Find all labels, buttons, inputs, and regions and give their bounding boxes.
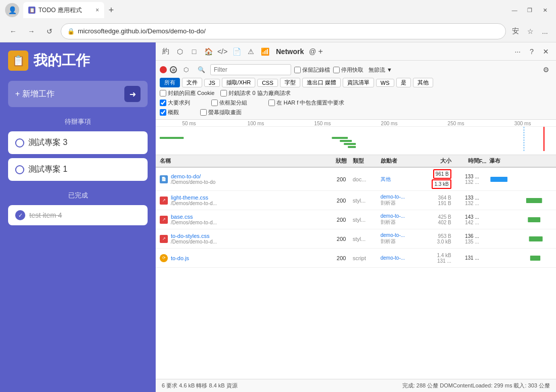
svg-rect-4	[348, 146, 356, 148]
filter-media-btn[interactable]: 進出口 媒體	[302, 78, 341, 87]
devtools-close-btn[interactable]: ✕	[540, 45, 552, 58]
network-table[interactable]: 名稱 狀態 類型 啟動者 大小 時間 F... 瀑布 📄 demo-to-do/…	[156, 155, 556, 379]
row-name-primary: light-theme.css	[171, 194, 217, 201]
network-controls: ⊘ ⬡ 🔍 保留記錄檔 停用快取 無節流 ▼ ⚙ 所有 文件 JS 擷取/XHR	[156, 61, 556, 120]
timeline-label-150: 150 ms	[289, 121, 356, 126]
group-by-frame-checkbox[interactable]: 依框架分組	[211, 99, 247, 107]
big-rows-checkbox[interactable]: 大要求列	[160, 99, 190, 107]
refresh-button[interactable]: ↺	[42, 24, 57, 38]
filter-options-btn[interactable]: ⬡	[180, 64, 192, 76]
row-type: doc...	[353, 176, 381, 182]
overview-checkbox[interactable]: 概觀	[160, 109, 179, 116]
network-settings-btn[interactable]: ⚙	[540, 64, 552, 76]
table-row[interactable]: ↗ base.css /Demos/demo-to-d... 200 styl.…	[156, 210, 556, 229]
row-type: styl...	[353, 217, 381, 223]
filter-input[interactable]	[210, 64, 291, 75]
minimize-button[interactable]: —	[508, 4, 521, 16]
devtools-elements-btn[interactable]: 約	[160, 45, 172, 58]
header-initiator: 啟動者	[381, 157, 421, 165]
tab-close-btn[interactable]: ×	[96, 7, 99, 14]
har-include-checkbox[interactable]: 在 HAR f 中包含擺置中要求	[268, 99, 344, 107]
row-waterfall	[489, 216, 546, 224]
devtools-performance-btn[interactable]: </>	[216, 45, 228, 58]
settings-button[interactable]: ...	[540, 25, 550, 37]
blocked-cookies-checkbox[interactable]: 封鎖的回應 Cookie	[160, 89, 214, 97]
filter-xhr-btn[interactable]: 擷取/XHR	[222, 78, 255, 87]
network-tab-label[interactable]: Network	[273, 47, 307, 56]
preserve-log-checkbox[interactable]: 保留記錄檔	[294, 66, 330, 74]
svg-rect-11	[530, 256, 540, 261]
add-task-button[interactable]: + 新增工作 ➜	[8, 81, 148, 107]
completed-text-1: test item 4	[29, 211, 62, 219]
network-plus-btn[interactable]: +	[318, 47, 322, 56]
completed-section-label: 已完成	[8, 191, 148, 200]
task-item-1[interactable]: 測試專案 3	[8, 131, 148, 154]
browser-tab[interactable]: 📋 TODO 應用程式 ×	[23, 2, 104, 18]
task-text-1: 測試專案 3	[28, 137, 67, 148]
row-time: 143 ... 142 ...	[451, 214, 479, 225]
throttle-select[interactable]: 無節流 ▼	[366, 66, 394, 74]
devtools-home-btn[interactable]: 🏠	[202, 45, 214, 58]
back-button[interactable]: ←	[6, 24, 20, 38]
profile-icon[interactable]: 👤	[5, 3, 19, 17]
at-sign: @	[309, 47, 316, 56]
forward-button[interactable]: →	[24, 24, 38, 38]
row-waterfall	[489, 197, 546, 205]
timeline-label-200: 200 ms	[356, 121, 423, 126]
devtools-more-btn[interactable]: ···	[512, 45, 524, 58]
screen-capture-checkbox[interactable]: 螢幕擷取畫面	[200, 109, 242, 116]
clear-button[interactable]: ⊘	[170, 66, 177, 73]
filter-ws-btn[interactable]: WS	[376, 79, 394, 87]
task-checkbox-2[interactable]	[15, 165, 24, 174]
blocked-requests-checkbox[interactable]: 封鎖請求 0 協力廠商請求	[220, 89, 290, 97]
filter-all-btn[interactable]: 所有	[160, 78, 180, 87]
row-status: 200	[330, 176, 353, 182]
devtools-sources-btn[interactable]: □	[188, 45, 200, 58]
devtools-wifi-icon: 📶	[259, 45, 271, 58]
profile-label[interactable]: 安	[510, 25, 521, 38]
address-input[interactable]: 🔒 microsoftedge.github.io/Demos/demo-to-…	[61, 23, 506, 39]
devtools-console-btn[interactable]: ⬡	[174, 45, 186, 58]
tab-favicon: 📋	[28, 7, 35, 14]
filter-js-btn[interactable]: JS	[204, 79, 220, 87]
disable-cache-checkbox[interactable]: 停用快取	[333, 66, 363, 74]
record-button[interactable]	[160, 66, 167, 73]
task-item-2[interactable]: 測試專案 1	[8, 158, 148, 181]
svg-rect-0	[160, 137, 184, 139]
devtools-help-btn[interactable]: ?	[526, 45, 538, 58]
table-row[interactable]: ↗ to-do-styles.css /Demos/demo-to-d... 2…	[156, 229, 556, 249]
favorites-button[interactable]: ☆	[525, 25, 536, 37]
row-type: styl...	[353, 198, 381, 204]
filter-doc-btn[interactable]: 文件	[182, 78, 202, 87]
timeline-graph	[156, 127, 556, 151]
row-name-primary: demo-to-do/	[171, 173, 215, 179]
svg-rect-10	[529, 236, 542, 241]
row-initiator-secondary: 剖析器	[381, 238, 421, 245]
search-btn[interactable]: 🔍	[195, 64, 207, 76]
completed-item-1[interactable]: ✓ test item 4	[8, 205, 148, 225]
network-row5: 概觀 螢幕擷取畫面	[160, 108, 552, 117]
table-row[interactable]: ⟳ to-do.js 200 script demo-to-... 1.4 kB…	[156, 249, 556, 268]
timeline-container: 50 ms 100 ms 150 ms 200 ms 250 ms 300 ms	[156, 120, 556, 155]
devtools-application-btn[interactable]: ⚠	[245, 45, 257, 58]
filter-is-btn[interactable]: 是	[396, 78, 411, 87]
task-checkbox-1[interactable]	[15, 138, 24, 148]
close-button[interactable]: ✕	[539, 4, 551, 16]
filter-manifest-btn[interactable]: 資訊清單	[343, 78, 374, 87]
row-status: 200	[330, 217, 353, 223]
css-icon: ↗	[160, 197, 168, 205]
timeline-label-250: 250 ms	[423, 121, 489, 126]
new-tab-button[interactable]: +	[104, 3, 118, 17]
row-initiator-primary: demo-to-...	[381, 213, 421, 219]
devtools-memory-btn[interactable]: 📄	[230, 45, 243, 58]
row-name-primary: to-do-styles.css	[171, 233, 217, 239]
tab-title: TODO 應用程式	[38, 6, 92, 15]
filter-font-btn[interactable]: 字型	[280, 78, 300, 87]
header-type: 類型	[353, 157, 381, 165]
filter-css-btn[interactable]: CSS	[257, 79, 278, 87]
timeline-label-300: 300 ms	[489, 121, 556, 126]
table-row[interactable]: 📄 demo-to-do/ /Demos/demo-to-do 200 doc.…	[156, 168, 556, 191]
restore-button[interactable]: ❐	[524, 4, 536, 16]
table-row[interactable]: ↗ light-theme.css /Demos/demo-to-d... 20…	[156, 191, 556, 210]
filter-other-btn[interactable]: 其他	[413, 78, 433, 87]
